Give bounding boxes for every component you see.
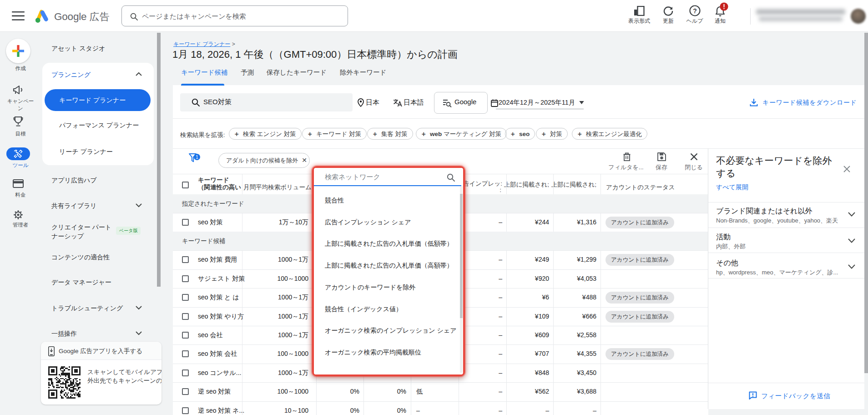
- svg-text:?: ?: [693, 7, 697, 15]
